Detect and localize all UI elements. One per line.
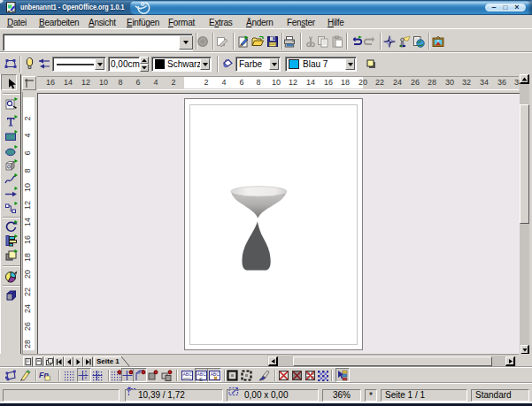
svg-text:ABC: ABC xyxy=(211,372,220,377)
svg-text:ABC: ABC xyxy=(183,372,193,377)
svg-text:S: S xyxy=(199,377,203,382)
